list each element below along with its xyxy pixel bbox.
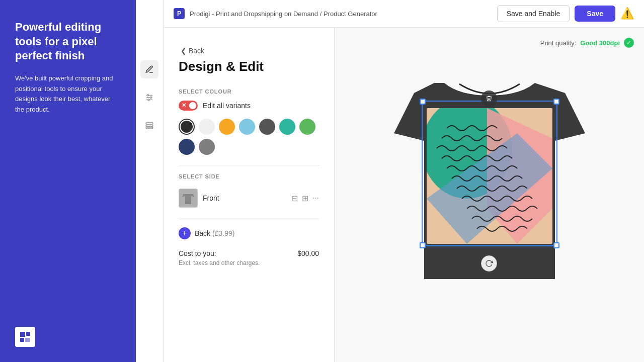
color-swatch-yellow[interactable] bbox=[219, 119, 235, 135]
back-label: Back bbox=[189, 47, 204, 55]
divider-2 bbox=[179, 219, 319, 219]
select-colour-label: SELECT COLOUR bbox=[179, 88, 319, 95]
design-panel: ❮ Back Design & Edit SELECT COLOUR ✕ Edi… bbox=[164, 28, 335, 362]
divider-1 bbox=[179, 165, 319, 165]
quality-value: Good 300dpi bbox=[580, 39, 620, 47]
cost-value: $00.00 bbox=[297, 249, 319, 257]
edit-all-variants-label: Edit all variants bbox=[203, 102, 251, 110]
toolbar-actions: Save and Enable Save ⚠️ bbox=[497, 5, 634, 22]
svg-rect-11 bbox=[146, 125, 153, 127]
trash-button[interactable] bbox=[481, 90, 497, 107]
svg-rect-3 bbox=[25, 338, 30, 342]
quality-check-icon: ✓ bbox=[624, 38, 634, 48]
color-swatches bbox=[179, 119, 319, 155]
headline: Powerful editing tools for a pixel perfe… bbox=[15, 20, 121, 63]
back-arrow-icon: ❮ bbox=[181, 47, 187, 55]
front-side-label: Front bbox=[203, 194, 219, 202]
edit-all-variants-toggle[interactable]: ✕ bbox=[179, 101, 198, 111]
add-back-row: + Back (£3.99) bbox=[179, 227, 319, 239]
back-button[interactable]: ❮ Back bbox=[179, 43, 206, 59]
quality-label: Print quality: bbox=[540, 39, 577, 47]
more-icon[interactable]: ··· bbox=[312, 194, 319, 203]
description: We've built powerful cropping and positi… bbox=[15, 73, 121, 115]
content-area: ❮ Back Design & Edit SELECT COLOUR ✕ Edi… bbox=[164, 28, 644, 362]
color-swatch-medium-gray[interactable] bbox=[199, 139, 215, 155]
tshirt-container bbox=[384, 53, 595, 304]
warning-icon: ⚠️ bbox=[620, 7, 634, 20]
art-design-svg bbox=[427, 108, 552, 244]
align-icon[interactable]: ⊟ bbox=[291, 194, 298, 203]
print-quality-bar: Print quality: Good 300dpi ✓ bbox=[540, 38, 634, 48]
design-overlay[interactable] bbox=[427, 108, 552, 244]
select-side-label: SELECT SIDE bbox=[179, 173, 319, 179]
sliders-nav-icon[interactable] bbox=[140, 88, 158, 107]
svg-rect-2 bbox=[20, 338, 24, 342]
svg-rect-10 bbox=[146, 123, 153, 124]
rotate-button[interactable] bbox=[481, 255, 497, 272]
prodigi-brand-icon: P bbox=[174, 8, 185, 19]
cost-row: Cost to you: $00.00 bbox=[179, 249, 319, 257]
add-back-label: Back (£3.99) bbox=[195, 229, 234, 237]
page-title: Design & Edit bbox=[179, 59, 319, 74]
color-swatch-dark-gray[interactable] bbox=[259, 119, 275, 135]
save-button[interactable]: Save bbox=[575, 6, 615, 22]
preview-area: Print quality: Good 300dpi ✓ bbox=[335, 28, 644, 362]
svg-point-8 bbox=[150, 97, 152, 99]
main-content: P Prodigi - Print and Dropshipping on De… bbox=[164, 0, 644, 362]
center-icon[interactable]: ⊞ bbox=[302, 194, 308, 203]
color-swatch-navy[interactable] bbox=[179, 139, 195, 155]
breadcrumb: P Prodigi - Print and Dropshipping on De… bbox=[174, 8, 497, 19]
icon-sidebar bbox=[136, 0, 164, 362]
breadcrumb-text: Prodigi - Print and Dropshipping on Dema… bbox=[190, 10, 377, 18]
color-swatch-teal[interactable] bbox=[279, 119, 295, 135]
prodigi-logo-icon bbox=[19, 331, 31, 343]
cost-label: Cost to you: bbox=[179, 249, 216, 257]
toggle-x-icon: ✕ bbox=[182, 102, 186, 109]
front-side-icons: ⊟ ⊞ ··· bbox=[291, 194, 319, 203]
svg-point-9 bbox=[148, 99, 149, 101]
color-swatch-black[interactable] bbox=[179, 119, 195, 135]
add-back-button[interactable]: + bbox=[179, 227, 191, 239]
svg-rect-0 bbox=[20, 332, 25, 337]
cost-note: Excl. taxes and other charges. bbox=[179, 259, 319, 266]
left-panel: Powerful editing tools for a pixel perfe… bbox=[0, 0, 136, 362]
color-swatch-green[interactable] bbox=[299, 119, 315, 135]
list-nav-icon[interactable] bbox=[140, 117, 158, 135]
svg-rect-1 bbox=[26, 332, 30, 336]
edit-all-variants-row: ✕ Edit all variants bbox=[179, 101, 319, 111]
svg-point-7 bbox=[147, 95, 149, 96]
top-bar: P Prodigi - Print and Dropshipping on De… bbox=[164, 0, 644, 28]
cost-section: Cost to you: $00.00 Excl. taxes and othe… bbox=[179, 249, 319, 266]
svg-rect-12 bbox=[146, 127, 153, 129]
save-enable-button[interactable]: Save and Enable bbox=[497, 5, 570, 22]
logo bbox=[15, 327, 35, 347]
color-swatch-light-blue[interactable] bbox=[239, 119, 255, 135]
front-side-row[interactable]: Front ⊟ ⊞ ··· bbox=[179, 186, 319, 211]
edit-nav-icon[interactable] bbox=[140, 60, 158, 78]
back-price: (£3.99) bbox=[212, 229, 234, 237]
front-side-thumb bbox=[179, 189, 198, 208]
color-swatch-white[interactable] bbox=[199, 119, 215, 135]
